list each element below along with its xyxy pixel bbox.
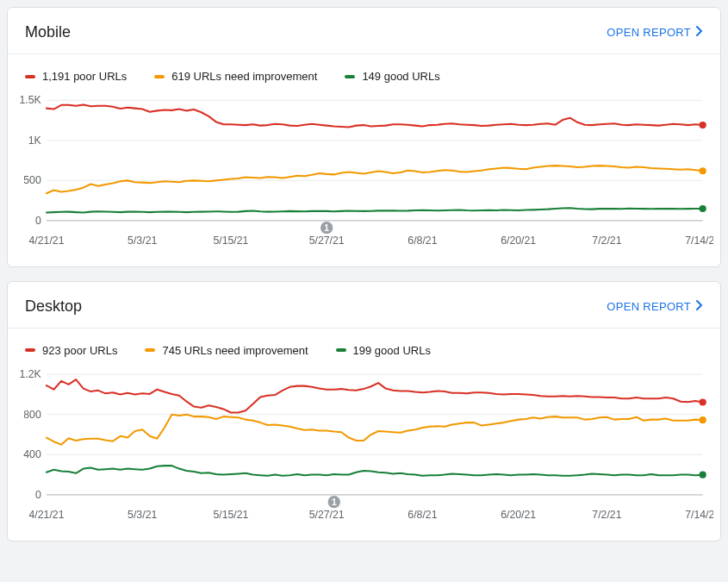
svg-point-14	[700, 416, 706, 423]
svg-point-5	[700, 167, 706, 174]
legend-label-poor: 923 poor URLs	[42, 344, 117, 357]
legend-item-poor: 1,191 poor URLs	[25, 70, 127, 83]
svg-point-4	[700, 122, 706, 128]
annotation-marker: 1	[320, 222, 333, 234]
chevron-right-icon	[696, 300, 703, 313]
series-good-URLs	[47, 208, 703, 212]
y-tick-label: 800	[23, 409, 41, 421]
legend-swatch-good	[345, 75, 355, 78]
x-tick-label: 4/21/21	[28, 508, 64, 520]
x-tick-label: 5/3/21	[128, 235, 157, 247]
series-poor-URLs	[47, 379, 703, 412]
card-title: Desktop	[25, 297, 82, 316]
legend-label-need: 745 URLs need improvement	[162, 344, 308, 357]
card-header: Desktop OPEN REPORT	[8, 282, 720, 328]
y-tick-label: 1.2K	[20, 368, 42, 380]
legend-swatch-poor	[25, 348, 35, 352]
x-tick-label: 6/20/21	[501, 235, 536, 247]
series-URLs-need-improvement	[47, 166, 703, 193]
card-desktop: Desktop OPEN REPORT 923 poor URLs 745 UR…	[7, 281, 721, 541]
legend-label-good: 199 good URLs	[353, 344, 431, 357]
legend-item-need: 745 URLs need improvement	[145, 344, 308, 357]
x-tick-label: 5/15/21	[213, 235, 248, 247]
legend-label-good: 149 good URLs	[362, 70, 439, 83]
open-report-label: OPEN REPORT	[607, 300, 691, 313]
x-tick-label: 7/14/21	[685, 508, 713, 520]
svg-point-15	[700, 471, 706, 478]
legend-label-poor: 1,191 poor URLs	[42, 70, 127, 83]
y-tick-label: 1K	[28, 135, 42, 147]
legend-label-need: 619 URLs need improvement	[171, 70, 317, 83]
chevron-right-icon	[696, 26, 703, 39]
legend-item-good: 199 good URLs	[336, 344, 431, 357]
chart-wrap: 05001K1.5K14/21/215/3/215/15/215/27/216/…	[8, 91, 720, 266]
annotation-marker: 1	[328, 496, 340, 508]
x-tick-label: 6/8/21	[408, 235, 437, 247]
x-tick-label: 5/27/21	[309, 508, 345, 520]
y-tick-label: 0	[35, 215, 41, 227]
svg-point-13	[700, 398, 706, 405]
x-tick-label: 5/15/21	[213, 508, 248, 520]
chart-wrap: 04008001.2K14/21/215/3/215/15/215/27/216…	[8, 366, 720, 541]
x-tick-label: 5/27/21	[309, 235, 345, 247]
open-report-button[interactable]: OPEN REPORT	[607, 26, 703, 39]
chart-desktop: 04008001.2K14/21/215/3/215/15/215/27/216…	[15, 366, 713, 525]
svg-text:1: 1	[324, 223, 329, 233]
x-tick-label: 7/14/21	[685, 235, 713, 247]
legend: 1,191 poor URLs 619 URLs need improvemen…	[8, 54, 720, 91]
legend-swatch-good	[336, 348, 346, 352]
open-report-button[interactable]: OPEN REPORT	[607, 300, 703, 313]
legend-item-poor: 923 poor URLs	[25, 344, 117, 357]
legend-swatch-poor	[25, 75, 35, 78]
svg-text:1: 1	[332, 497, 337, 506]
y-tick-label: 400	[23, 448, 41, 460]
x-tick-label: 6/20/21	[501, 508, 536, 520]
legend-swatch-need	[145, 348, 155, 352]
series-URLs-need-improvement	[47, 415, 703, 445]
series-good-URLs	[47, 466, 703, 476]
legend-item-need: 619 URLs need improvement	[154, 70, 317, 83]
open-report-label: OPEN REPORT	[607, 26, 691, 39]
x-tick-label: 7/2/21	[592, 508, 621, 520]
legend-swatch-need	[154, 75, 165, 78]
x-tick-label: 4/21/21	[28, 235, 64, 247]
x-tick-label: 5/3/21	[128, 508, 157, 520]
x-tick-label: 6/8/21	[408, 508, 437, 520]
y-tick-label: 0	[35, 489, 41, 501]
card-mobile: Mobile OPEN REPORT 1,191 poor URLs 619 U…	[7, 7, 721, 267]
card-title: Mobile	[25, 23, 71, 41]
legend-item-good: 149 good URLs	[345, 70, 439, 83]
y-tick-label: 1.5K	[20, 94, 42, 106]
chart-mobile: 05001K1.5K14/21/215/3/215/15/215/27/216/…	[15, 91, 713, 251]
svg-point-6	[700, 205, 706, 212]
y-tick-label: 500	[23, 174, 41, 186]
series-poor-URLs	[47, 104, 703, 127]
card-header: Mobile OPEN REPORT	[8, 8, 720, 53]
legend: 923 poor URLs 745 URLs need improvement …	[8, 329, 720, 366]
x-tick-label: 7/2/21	[592, 235, 621, 247]
